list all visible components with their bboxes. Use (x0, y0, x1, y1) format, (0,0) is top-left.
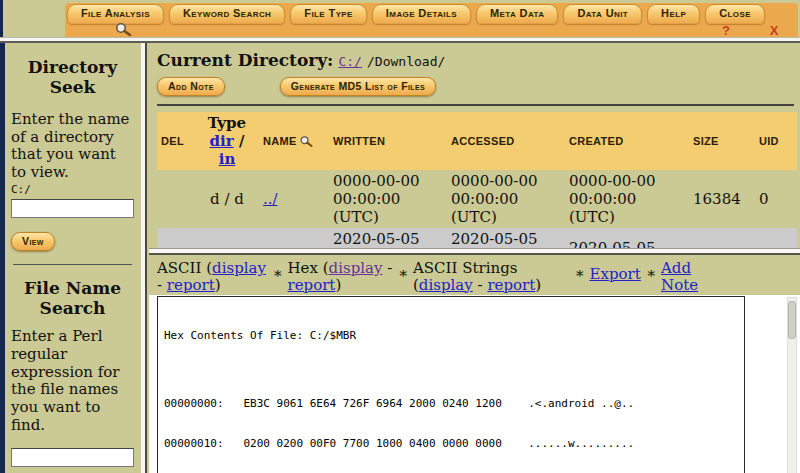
generate-md5-button[interactable]: Generate MD5 List of Files (280, 77, 436, 96)
cell-del (157, 228, 195, 248)
ascii-display-link[interactable]: display (212, 259, 266, 277)
sort-by-dir-link[interactable]: dir (210, 132, 234, 150)
file-table: DEL Type dir / in NAME (157, 112, 797, 248)
name-search-icon[interactable] (299, 132, 314, 151)
sidebar: Directory Seek Enter the name of a direc… (0, 43, 141, 473)
cell-accessed: 2020-05-05 00:00:00 (JST) (447, 228, 565, 248)
strings-report-link[interactable]: report (487, 276, 535, 294)
cell-uid: 0 (755, 228, 797, 248)
table-row: d / d ../ 0000-00-00 00:00:00 (UTC) 0000… (157, 170, 797, 228)
close-icon[interactable]: X (750, 25, 798, 37)
header-uid: UID (755, 112, 797, 170)
tab-data-unit[interactable]: Data Unit (563, 4, 642, 24)
cell-del (157, 170, 195, 228)
current-directory-path: /Download/ (367, 54, 445, 69)
hex-dump-line: 00000010: 0200 0200 00F0 7700 1000 0400 … (164, 437, 738, 451)
mode-separator: * (400, 260, 414, 285)
parent-directory-link[interactable]: ../ (263, 190, 278, 208)
tab-help[interactable]: Help (647, 4, 700, 24)
cell-written: 2020-05-05 13:36:24 (JST) (329, 228, 447, 248)
mode-separator: * (274, 260, 288, 285)
cell-type: d / d (195, 228, 259, 248)
tab-keyword-search[interactable]: Keyword Search (169, 4, 285, 24)
hex-dump: Hex Contents Of File: C:/$MBR 00000000: … (164, 302, 738, 473)
hex-mode-label: Hex ( (288, 259, 329, 277)
file-name-search-description: Enter a Perl regular expression for the … (11, 328, 134, 434)
table-row: d / d ./ 2020-05-05 13:36:24 (JST) 2020-… (157, 228, 797, 248)
hex-dump-line: 00000000: EB3C 9061 6E64 726F 6964 2000 … (164, 397, 738, 411)
header-written: WRITTEN (329, 112, 447, 170)
scrollbar-thumb[interactable] (788, 301, 796, 339)
header-type-label: Type (208, 114, 246, 132)
type-slash: / (234, 132, 245, 150)
action-button-row: Add Note Generate MD5 List of Files (157, 77, 794, 96)
mode-separator: * (648, 260, 662, 285)
paren: ) (215, 276, 221, 294)
add-note-link[interactable]: Add Note (661, 259, 698, 294)
file-name-search-title: File Name Search (11, 278, 134, 318)
tab-strip: File Analysis Keyword Search File Type I… (65, 3, 798, 37)
header-accessed: ACCESSED (447, 112, 565, 170)
header-name-label: NAME (263, 135, 297, 147)
cell-created: 0000-00-00 00:00:00 (UTC) (565, 170, 689, 228)
cell-accessed: 0000-00-00 00:00:00 (UTC) (447, 170, 565, 228)
directory-seek-description: Enter the name of a directory that you w… (11, 111, 134, 182)
add-note-button[interactable]: Add Note (157, 77, 225, 96)
dash: - (157, 276, 167, 294)
file-list-divider (157, 104, 794, 106)
header-size: SIZE (689, 112, 755, 170)
hex-display-link[interactable]: display (329, 259, 383, 277)
strings-display-link[interactable]: display (419, 276, 473, 294)
header-del: DEL (157, 112, 195, 170)
tab-file-type[interactable]: File Type (290, 4, 367, 24)
cell-size: 32768 (689, 228, 755, 248)
sort-by-inode-link[interactable]: in (219, 150, 236, 168)
dash: - (473, 276, 488, 294)
current-directory-line: Current Directory: C:/ /Download/ (157, 50, 794, 70)
cell-uid: 0 (755, 170, 797, 228)
directory-seek-title: Directory Seek (11, 57, 134, 97)
toolbar-icon-row: ? X (65, 24, 798, 37)
paren: ) (535, 276, 541, 294)
file-table-header-row: DEL Type dir / in NAME (157, 112, 797, 170)
tab-meta-data[interactable]: Meta Data (476, 4, 558, 24)
help-icon[interactable]: ? (702, 25, 750, 37)
cell-type: d / d (195, 170, 259, 228)
header-name: NAME (259, 112, 329, 170)
hex-report-link[interactable]: report (288, 276, 336, 294)
cell-written: 0000-00-00 00:00:00 (UTC) (329, 170, 447, 228)
tab-image-details[interactable]: Image Details (372, 4, 471, 24)
export-link[interactable]: Export (590, 265, 641, 283)
ascii-report-link[interactable]: report (167, 276, 215, 294)
ascii-mode-group: ASCII (display - report) (157, 260, 274, 293)
view-button[interactable]: View (11, 232, 55, 251)
tab-row: File Analysis Keyword Search File Type I… (65, 3, 798, 24)
file-name-search-input[interactable] (11, 448, 134, 467)
main-area: Current Directory: C:/ /Download/ Add No… (149, 43, 800, 473)
cell-created: 2020-05-05 13:36:25 (JST) (565, 228, 689, 248)
ascii-strings-mode-group: ASCII Strings (display - report) (413, 260, 576, 293)
sidebar-frame-divider (141, 43, 147, 473)
mode-separator: * (576, 260, 590, 285)
top-toolbar: File Analysis Keyword Search File Type I… (0, 0, 800, 37)
sidebar-divider (13, 264, 132, 265)
current-directory-label: Current Directory: (157, 50, 333, 70)
hex-viewer-area: Hex Contents Of File: C:/$MBR 00000000: … (149, 295, 800, 473)
content-frame: ASCII (display - report) * Hex (display … (149, 255, 800, 473)
current-directory-link[interactable]: C:/ (338, 54, 361, 69)
cell-size: 16384 (689, 170, 755, 228)
directory-seek-current-path: C:/ (11, 184, 134, 197)
directory-seek-input[interactable] (11, 199, 134, 218)
hex-mode-group: Hex (display - report) (288, 260, 400, 293)
dash: - (382, 259, 392, 277)
header-type: Type dir / in (195, 112, 259, 170)
ascii-mode-label: ASCII ( (157, 259, 212, 277)
tab-close[interactable]: Close (705, 4, 765, 24)
header-created: CREATED (565, 112, 689, 170)
content-frame-divider (149, 248, 800, 255)
hex-dump-title: Hex Contents Of File: C:/$MBR (164, 329, 738, 343)
paren: ) (335, 276, 341, 294)
hex-viewer-scrollbar[interactable] (787, 297, 797, 473)
hex-contents-box: Hex Contents Of File: C:/$MBR 00000000: … (157, 296, 745, 473)
file-list-frame: Current Directory: C:/ /Download/ Add No… (149, 43, 800, 248)
